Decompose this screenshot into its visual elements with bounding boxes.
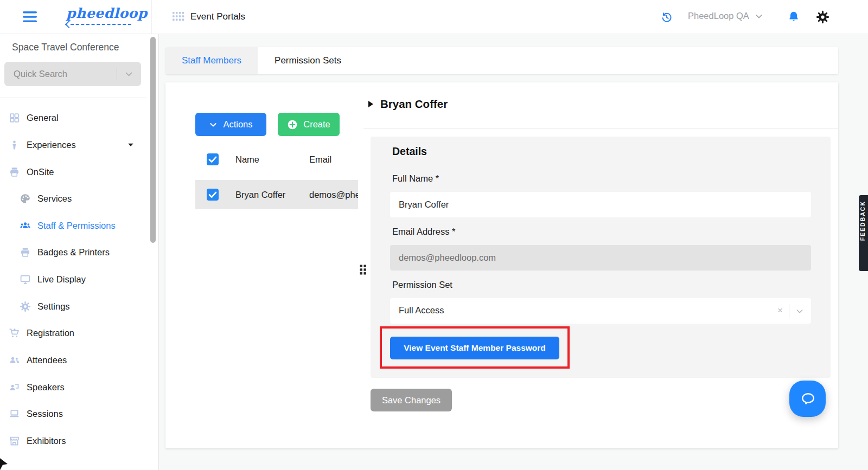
printer-icon — [9, 166, 20, 178]
quick-search — [4, 62, 141, 86]
monitor-icon — [20, 274, 31, 285]
account-label: PheedLoop QA — [688, 11, 749, 21]
chevron-down-icon[interactable] — [124, 69, 133, 79]
tab-staff-members[interactable]: Staff Members — [165, 47, 258, 74]
staff-members-panel: Actions Create Name Email Bryan Coffer d… — [165, 82, 838, 448]
panel-resize-handle[interactable] — [360, 265, 367, 275]
plus-circle-icon — [287, 119, 298, 130]
sidebar-item-live-display[interactable]: Live Display — [0, 268, 146, 290]
detail-divider — [363, 128, 838, 129]
refresh-history-icon[interactable] — [661, 12, 672, 23]
sidebar-item-label: Attendees — [27, 355, 67, 365]
speaker-presenter-icon — [9, 382, 20, 393]
sidebar-item-sessions[interactable]: Sessions — [0, 403, 146, 424]
sidebar-item-attendees[interactable]: Attendees — [0, 349, 146, 371]
details-section: Details Full Name * Email Address * Perm… — [371, 137, 831, 378]
sidebar-item-label: Live Display — [37, 274, 86, 285]
detail-header: Bryan Coffer — [368, 98, 448, 111]
row-name: Bryan Coffer — [235, 190, 285, 200]
sidebar-item-label: Registration — [27, 328, 74, 338]
apps-grid-icon[interactable] — [173, 12, 184, 22]
actions-button-label: Actions — [223, 119, 252, 130]
top-bar: pheedloop Event Portals PheedLoop QA — [0, 0, 868, 34]
storefront-icon — [9, 435, 20, 447]
sidebar-scrollbar-thumb[interactable] — [150, 37, 156, 243]
chevron-down-icon — [209, 120, 218, 129]
permission-set-label: Permission Set — [392, 280, 452, 290]
chat-bubble-icon — [799, 390, 817, 408]
full-name-field[interactable] — [390, 192, 811, 217]
sidebar-item-settings[interactable]: Settings — [0, 295, 146, 317]
notifications-bell-icon[interactable] — [788, 10, 800, 23]
tab-permission-sets[interactable]: Permission Sets — [258, 47, 358, 74]
feedback-tab-label: FEEDBACK — [859, 201, 866, 241]
select-divider — [789, 304, 789, 318]
sidebar-item-staff-permissions[interactable]: Staff & Permissions — [0, 215, 146, 236]
sidebar-item-label: General — [27, 113, 59, 123]
sidebar-item-label: OnSite — [27, 167, 54, 177]
sidebar-item-label: Services — [37, 194, 72, 204]
create-button-label: Create — [303, 119, 330, 130]
sidebar-item-label: Staff & Permissions — [37, 221, 116, 231]
sidebar-item-services[interactable]: Services — [0, 188, 146, 209]
save-changes-button[interactable]: Save Changes — [371, 389, 452, 411]
quick-search-input[interactable] — [14, 62, 119, 86]
row-checkbox[interactable] — [207, 189, 219, 201]
permission-set-value: Full Access — [399, 305, 444, 316]
sidebar-item-label: Exhibitors — [27, 436, 66, 446]
email-field — [390, 245, 811, 271]
create-button[interactable]: Create — [278, 113, 340, 136]
app-window: pheedloop Event Portals PheedLoop QA — [0, 0, 868, 470]
settings-gear-icon[interactable] — [816, 10, 829, 24]
actions-button[interactable]: Actions — [195, 113, 266, 136]
printer-icon — [20, 247, 31, 258]
sidebar-item-speakers[interactable]: Speakers — [0, 376, 146, 398]
permission-set-select[interactable]: Full Access × — [390, 298, 811, 324]
sidebar-item-experiences[interactable]: Experiences — [0, 134, 146, 156]
column-header-name: Name — [235, 154, 259, 165]
sidebar-item-badges-printers[interactable]: Badges & Printers — [0, 241, 146, 263]
quick-search-divider — [117, 68, 117, 80]
collapse-triangle-icon[interactable] — [368, 101, 373, 107]
gear-icon — [20, 301, 31, 312]
people-icon — [9, 355, 20, 366]
sidebar-item-label: Badges & Printers — [37, 247, 110, 257]
full-name-label: Full Name * — [392, 173, 439, 184]
grid-icon — [9, 112, 20, 124]
sidebar-item-label: Experiences — [27, 140, 76, 150]
view-password-button[interactable]: View Event Staff Member Password — [390, 337, 559, 359]
tab-label: Permission Sets — [275, 55, 341, 66]
sidebar-item-label: Speakers — [27, 382, 65, 392]
chat-widget-button[interactable] — [789, 381, 826, 417]
people-group-icon — [20, 220, 31, 231]
logo-text: pheedloop — [66, 5, 131, 21]
sidebar-divider — [0, 98, 146, 98]
clear-selection-icon[interactable]: × — [777, 305, 783, 316]
page-title: Event Portals — [190, 11, 245, 22]
laptop-icon — [9, 408, 20, 420]
feedback-side-tab[interactable]: FEEDBACK — [859, 195, 868, 271]
sidebar-item-label: Sessions — [27, 409, 63, 419]
column-header-email: Email — [309, 154, 331, 165]
sidebar-item-exhibitors[interactable]: Exhibitors — [0, 430, 146, 452]
table-row[interactable]: Bryan Coffer demos@pheedloop.com — [195, 180, 358, 209]
email-label: Email Address * — [392, 227, 455, 237]
pheedloop-logo[interactable]: pheedloop — [66, 5, 131, 27]
mouse-cursor — [0, 457, 9, 470]
detail-member-name: Bryan Coffer — [380, 98, 448, 111]
tab-bar: Staff Members Permission Sets — [165, 47, 838, 74]
select-all-checkbox[interactable] — [207, 153, 219, 165]
sidebar-item-onsite[interactable]: OnSite — [0, 161, 146, 183]
cart-icon — [9, 327, 20, 339]
chevron-down-icon[interactable] — [127, 141, 135, 148]
account-dropdown[interactable]: PheedLoop QA — [688, 11, 763, 21]
sidebar-item-general[interactable]: General — [0, 107, 146, 128]
top-bar-left: pheedloop — [0, 0, 152, 34]
sidebar: Space Travel Conference General Experien… — [0, 34, 159, 470]
hamburger-menu-icon[interactable] — [23, 11, 37, 22]
person-icon — [9, 139, 20, 151]
check-icon — [207, 153, 219, 165]
sidebar-item-registration[interactable]: Registration — [0, 322, 146, 344]
chevron-down-icon[interactable] — [795, 307, 805, 316]
staff-list-panel: Actions Create Name Email Bryan Coffer d… — [165, 82, 358, 448]
